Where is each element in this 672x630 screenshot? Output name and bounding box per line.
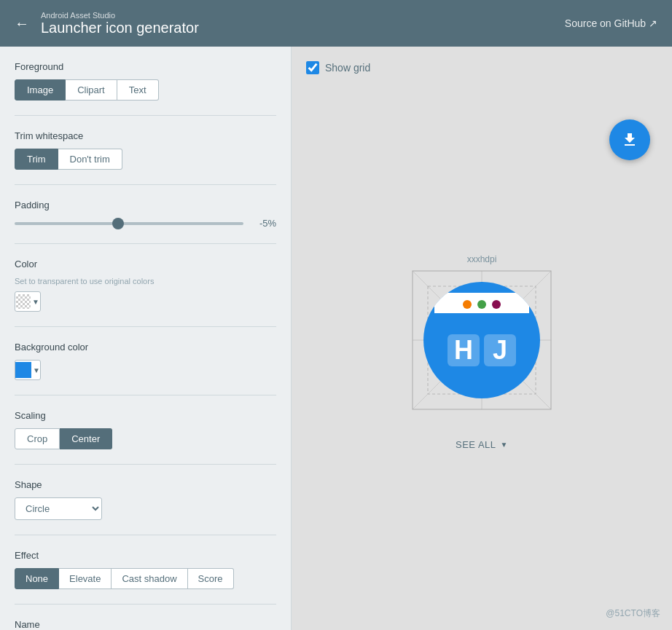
right-panel: Show grid xxxhdpi bbox=[292, 47, 672, 630]
dot-orange bbox=[463, 300, 472, 309]
effect-none-button[interactable]: None bbox=[15, 568, 59, 589]
bg-swatch-arrow-icon: ▼ bbox=[33, 366, 40, 374]
color-swatch[interactable]: ▼ bbox=[15, 291, 41, 312]
center-button[interactable]: Center bbox=[60, 428, 112, 449]
effect-label: Effect bbox=[15, 550, 276, 561]
watermark: @51CTO博客 bbox=[606, 607, 660, 620]
background-color-section: Background color ▼ bbox=[15, 342, 276, 395]
dot-purple bbox=[492, 300, 501, 309]
blue-color-preview bbox=[15, 362, 31, 378]
padding-section: Padding -5% bbox=[15, 200, 276, 244]
header-right: Source on GitHub ↗ bbox=[565, 17, 657, 29]
tab-text[interactable]: Text bbox=[117, 79, 159, 101]
scaling-section: Scaling Crop Center bbox=[15, 410, 276, 465]
header-left: ← Android Asset Studio Launcher icon gen… bbox=[15, 11, 199, 36]
trim-section: Trim whitespace Trim Don't trim bbox=[15, 130, 276, 185]
foreground-section: Foreground Image Clipart Text bbox=[15, 61, 276, 116]
see-all-chevron-icon: ▼ bbox=[501, 441, 508, 449]
icon-container: H J bbox=[412, 270, 552, 410]
cal-letter-j: J bbox=[484, 334, 516, 366]
icon-preview: H J bbox=[423, 282, 540, 398]
background-color-swatch[interactable]: ▼ bbox=[15, 360, 41, 380]
checker-pattern bbox=[16, 294, 31, 309]
effect-elevate-button[interactable]: Elevate bbox=[59, 568, 112, 589]
preview-area: xxxhdpi bbox=[412, 89, 552, 615]
padding-label: Padding bbox=[15, 200, 276, 210]
background-color-label: Background color bbox=[15, 342, 276, 353]
name-label: Name bbox=[15, 619, 276, 630]
app-header: ← Android Asset Studio Launcher icon gen… bbox=[0, 0, 672, 47]
swatch-arrow-icon: ▼ bbox=[32, 298, 39, 306]
calendar-icon: H J bbox=[434, 293, 529, 387]
tab-clipart[interactable]: Clipart bbox=[66, 79, 117, 101]
effect-section: Effect None Elevate Cast shadow Score bbox=[15, 550, 276, 605]
main-layout: Foreground Image Clipart Text Trim white… bbox=[0, 47, 672, 630]
show-grid-row: Show grid bbox=[306, 61, 370, 74]
color-section: Color Set to transparent to use original… bbox=[15, 259, 276, 327]
github-link[interactable]: Source on GitHub ↗ bbox=[565, 17, 657, 29]
crop-button[interactable]: Crop bbox=[15, 428, 60, 449]
calendar-body: H J bbox=[434, 313, 529, 387]
page-title: Launcher icon generator bbox=[41, 20, 199, 36]
effect-score-button[interactable]: Score bbox=[188, 568, 234, 589]
trim-group: Trim Don't trim bbox=[15, 149, 276, 170]
effect-cast-shadow-button[interactable]: Cast shadow bbox=[112, 568, 187, 589]
back-button[interactable]: ← bbox=[15, 15, 29, 32]
cal-letter-h: H bbox=[448, 334, 480, 366]
trim-label: Trim whitespace bbox=[15, 130, 276, 141]
color-label: Color bbox=[15, 259, 276, 269]
calendar-header bbox=[434, 293, 529, 313]
app-subtitle: Android Asset Studio bbox=[41, 11, 199, 20]
density-label: xxxhdpi bbox=[467, 254, 497, 264]
trim-button[interactable]: Trim bbox=[15, 149, 58, 170]
show-grid-checkbox[interactable] bbox=[306, 61, 319, 74]
left-panel: Foreground Image Clipart Text Trim white… bbox=[0, 47, 292, 630]
name-section: Name bbox=[15, 619, 276, 630]
foreground-label: Foreground bbox=[15, 61, 276, 72]
tab-image[interactable]: Image bbox=[15, 79, 66, 101]
scale-group: Crop Center bbox=[15, 428, 276, 449]
foreground-tab-group: Image Clipart Text bbox=[15, 79, 276, 101]
effect-group: None Elevate Cast shadow Score bbox=[15, 568, 276, 589]
show-grid-label: Show grid bbox=[325, 62, 370, 74]
padding-slider[interactable] bbox=[15, 222, 243, 225]
see-all-label: SEE ALL bbox=[456, 439, 496, 450]
padding-slider-row: -5% bbox=[15, 218, 276, 229]
shape-section: Shape Circle Square Squircle None bbox=[15, 479, 276, 535]
shape-select[interactable]: Circle Square Squircle None bbox=[15, 497, 102, 520]
dot-green bbox=[477, 300, 486, 309]
dont-trim-button[interactable]: Don't trim bbox=[58, 149, 122, 170]
shape-label: Shape bbox=[15, 479, 276, 490]
color-subtitle: Set to transparent to use original color… bbox=[15, 277, 276, 286]
see-all-row[interactable]: SEE ALL ▼ bbox=[456, 439, 508, 450]
header-title-block: Android Asset Studio Launcher icon gener… bbox=[41, 11, 199, 36]
padding-value: -5% bbox=[251, 218, 276, 229]
download-icon bbox=[621, 131, 638, 149]
download-fab[interactable] bbox=[609, 119, 650, 160]
scaling-label: Scaling bbox=[15, 410, 276, 421]
